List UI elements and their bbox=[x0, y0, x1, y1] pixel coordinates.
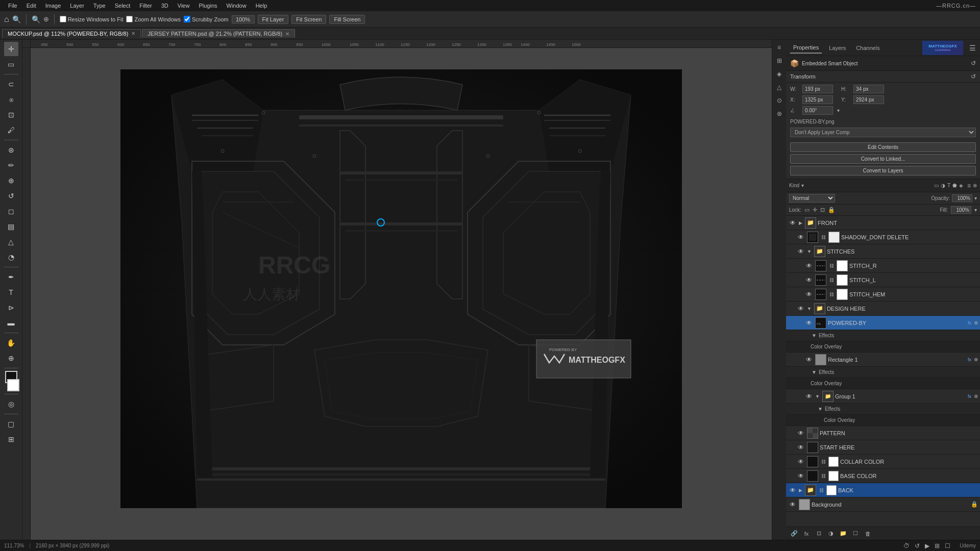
dodge-tool[interactable]: ◔ bbox=[4, 250, 18, 264]
home-icon[interactable]: ⌂ bbox=[4, 15, 9, 24]
panel-menu-icon[interactable]: ☰ bbox=[969, 44, 976, 52]
select-rect-tool[interactable]: ▭ bbox=[4, 57, 18, 71]
visibility-start-here[interactable]: 👁 bbox=[796, 443, 805, 452]
layer-styles-icon[interactable]: fx bbox=[801, 529, 812, 539]
menu-3d[interactable]: 3D bbox=[157, 2, 173, 10]
layer-stitch-r[interactable]: 👁 ⛓ STITCH_R bbox=[786, 259, 980, 273]
visibility-group1[interactable]: 👁 bbox=[804, 392, 814, 401]
angle-input[interactable] bbox=[802, 106, 833, 115]
layer-background[interactable]: 👁 Background 🔒 bbox=[786, 497, 980, 512]
layer-link-icon[interactable]: 🔗 bbox=[789, 529, 799, 539]
angle-dropdown[interactable]: ▾ bbox=[837, 108, 840, 113]
collapse-icon-5[interactable]: ⊙ bbox=[774, 95, 785, 106]
lasso-tool[interactable]: ⊂ bbox=[4, 77, 18, 91]
layer-collar-color[interactable]: 👁 ⛓ COLLAR COLOR bbox=[786, 455, 980, 469]
lock-all-icon[interactable]: 🔒 bbox=[828, 207, 835, 213]
eraser-tool[interactable]: ◻ bbox=[4, 204, 18, 218]
menu-plugins[interactable]: Plugins bbox=[194, 2, 221, 10]
tab-mockup[interactable]: MOCKUP.psd @ 112% (POWERED-BY, RGB/8) ✕ bbox=[2, 29, 141, 38]
height-input[interactable] bbox=[853, 85, 884, 93]
zoom-in-icon[interactable]: ⊕ bbox=[43, 15, 49, 23]
collapse-icon-3[interactable]: ◈ bbox=[774, 68, 785, 80]
menu-help[interactable]: Help bbox=[252, 2, 272, 10]
color-overlay-powered-row[interactable]: Color Overlay bbox=[786, 341, 980, 353]
add-layer-icons[interactable]: ⊕ bbox=[973, 183, 977, 188]
fill-screen-button[interactable]: Fill Screen bbox=[329, 15, 365, 24]
menu-edit[interactable]: Edit bbox=[22, 2, 40, 10]
stamp-tool[interactable]: ⊕ bbox=[4, 173, 18, 188]
heal-tool[interactable]: ⊛ bbox=[4, 143, 18, 157]
layer-powered-by[interactable]: 👁 PS POWERED-BY fx ⊕ bbox=[786, 316, 980, 330]
visibility-shadow[interactable]: 👁 bbox=[796, 233, 805, 242]
menu-type[interactable]: Type bbox=[89, 2, 110, 10]
filter-icon-type[interactable]: T bbox=[947, 183, 950, 188]
effects-powered-row[interactable]: ▼ Effects bbox=[786, 330, 980, 341]
menu-layer[interactable]: Layer bbox=[66, 2, 88, 10]
layer-rectangle-1[interactable]: 👁 Rectangle 1 fx ⊕ bbox=[786, 353, 980, 367]
collapse-icon-4[interactable]: △ bbox=[774, 82, 785, 93]
fit-screen-button[interactable]: Fit Screen bbox=[291, 15, 326, 24]
layer-adjustment-icon[interactable]: ◑ bbox=[826, 529, 836, 539]
layer-group-icon[interactable]: 📁 bbox=[838, 529, 848, 539]
move-tool[interactable]: ✛ bbox=[4, 42, 18, 56]
visibility-front[interactable]: 👁 bbox=[788, 218, 797, 228]
collapse-icon-6[interactable]: ⊛ bbox=[774, 108, 785, 119]
layer-powered-by-options[interactable]: ⊕ bbox=[974, 320, 978, 325]
brush-tool[interactable]: ✏ bbox=[4, 158, 18, 172]
lock-artboard-icon[interactable]: ⊡ bbox=[820, 207, 825, 213]
filter-icon-pixel[interactable]: ▭ bbox=[934, 183, 939, 188]
blend-mode-select[interactable]: Normal bbox=[789, 194, 835, 203]
blur-tool[interactable]: △ bbox=[4, 235, 18, 249]
convert-to-linked-button[interactable]: Convert to Linked... bbox=[790, 154, 976, 164]
artboard-tool[interactable]: ⊞ bbox=[4, 432, 18, 446]
type-tool[interactable]: T bbox=[4, 285, 18, 299]
menu-view[interactable]: View bbox=[174, 2, 194, 10]
layer-pattern[interactable]: 👁 PATTERN bbox=[786, 426, 980, 440]
tab-pattern[interactable]: JERSEY PATTERN.psd @ 21.2% (PATTERN, RGB… bbox=[142, 29, 295, 38]
path-select-tool[interactable]: ⊳ bbox=[4, 300, 18, 315]
visibility-base-color[interactable]: 👁 bbox=[796, 471, 805, 481]
layer-stitch-hem[interactable]: 👁 ⛓ STITCH_HEM bbox=[786, 287, 980, 302]
width-input[interactable] bbox=[802, 85, 833, 93]
jersey-canvas[interactable]: RRCG 人人素材 POWERED BY MATTHEOGFX bbox=[120, 69, 682, 508]
lock-position-icon[interactable]: ✛ bbox=[813, 207, 817, 213]
layers-tab[interactable]: Layers bbox=[826, 43, 849, 53]
layer-comp-select[interactable]: Don't Apply Layer Comp bbox=[790, 128, 976, 137]
collapse-icon-2[interactable]: ⊞ bbox=[774, 55, 785, 66]
visibility-stitches[interactable]: 👁 bbox=[796, 247, 805, 256]
filter-icon-smart[interactable]: ◈ bbox=[959, 183, 963, 188]
resize-windows-checkbox[interactable] bbox=[60, 16, 66, 22]
layer-mask-icon[interactable]: ⊡ bbox=[814, 529, 824, 539]
visibility-rect1[interactable]: 👁 bbox=[804, 355, 814, 364]
change-screen-mode[interactable]: ▢ bbox=[4, 417, 18, 431]
tab-pattern-close[interactable]: ✕ bbox=[285, 31, 289, 37]
zoom-out-icon[interactable]: 🔍 bbox=[32, 15, 40, 23]
scrubby-zoom-checkbox[interactable] bbox=[184, 16, 190, 22]
layer-stitches[interactable]: 👁 ▼ 📁 STITCHES bbox=[786, 244, 980, 259]
layer-front[interactable]: 👁 ▶ 📁 FRONT bbox=[786, 216, 980, 230]
menu-select[interactable]: Select bbox=[111, 2, 135, 10]
history-icon[interactable]: ↺ bbox=[915, 542, 920, 549]
x-input[interactable] bbox=[802, 95, 833, 104]
visibility-stitch-r[interactable]: 👁 bbox=[804, 261, 814, 270]
opacity-input[interactable] bbox=[952, 194, 972, 202]
eyedropper-tool[interactable]: 🖋 bbox=[4, 123, 18, 137]
filter-icon-adj[interactable]: ◑ bbox=[941, 183, 945, 188]
visibility-stitch-hem[interactable]: 👁 bbox=[804, 290, 814, 299]
channels-tab[interactable]: Channels bbox=[853, 43, 883, 53]
zoom-all-checkbox[interactable] bbox=[126, 16, 133, 22]
filter-kind-dropdown[interactable]: ▾ bbox=[801, 183, 804, 188]
actions-icon[interactable]: ▶ bbox=[925, 542, 929, 549]
fit-layer-button[interactable]: Fit Layer bbox=[258, 15, 289, 24]
fill-input[interactable] bbox=[951, 206, 971, 214]
color-overlay-rect1-row[interactable]: Color Overlay bbox=[786, 378, 980, 389]
tab-mockup-close[interactable]: ✕ bbox=[131, 31, 135, 36]
effects-rect1-row[interactable]: ▼ Effects bbox=[786, 367, 980, 378]
menu-file[interactable]: File bbox=[4, 2, 21, 10]
shape-tool[interactable]: ▬ bbox=[4, 316, 18, 330]
effects-group1-row[interactable]: ▼ Effects bbox=[786, 404, 980, 415]
layer-stitch-l[interactable]: 👁 ⛓ STITCH_L bbox=[786, 273, 980, 287]
visibility-pattern[interactable]: 👁 bbox=[796, 429, 805, 438]
hand-tool[interactable]: ✋ bbox=[4, 336, 18, 350]
layer-back[interactable]: 👁 ▶ 📁 ⛓ BACK bbox=[786, 483, 980, 497]
